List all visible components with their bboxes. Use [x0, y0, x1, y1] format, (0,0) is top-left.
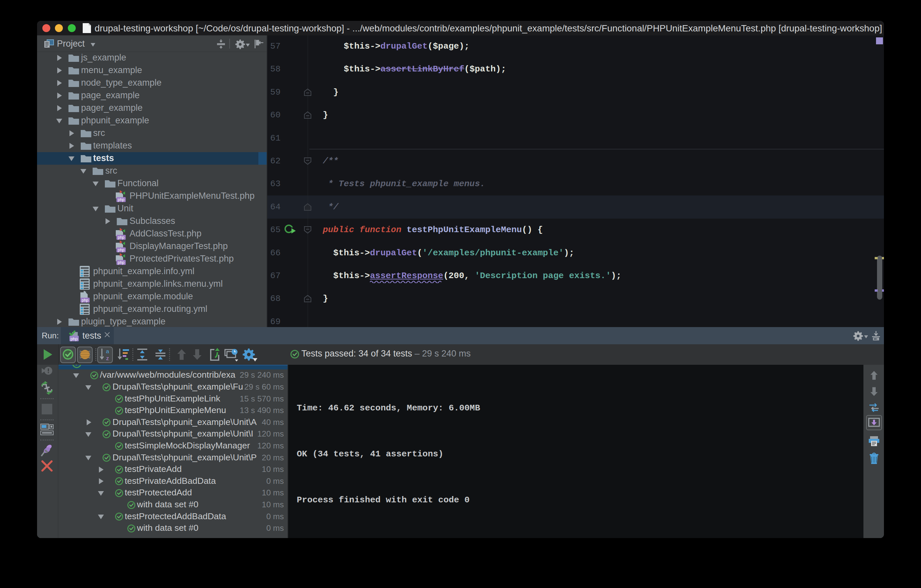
svg-text:php: php	[118, 197, 124, 202]
svg-text:php: php	[118, 248, 124, 252]
svg-text:z: z	[106, 355, 109, 361]
svg-text:a: a	[106, 348, 109, 354]
svg-text:php: php	[118, 235, 124, 240]
svg-text:php: php	[118, 260, 124, 265]
svg-text:php: php	[82, 298, 88, 302]
svg-text:php: php	[70, 336, 78, 341]
